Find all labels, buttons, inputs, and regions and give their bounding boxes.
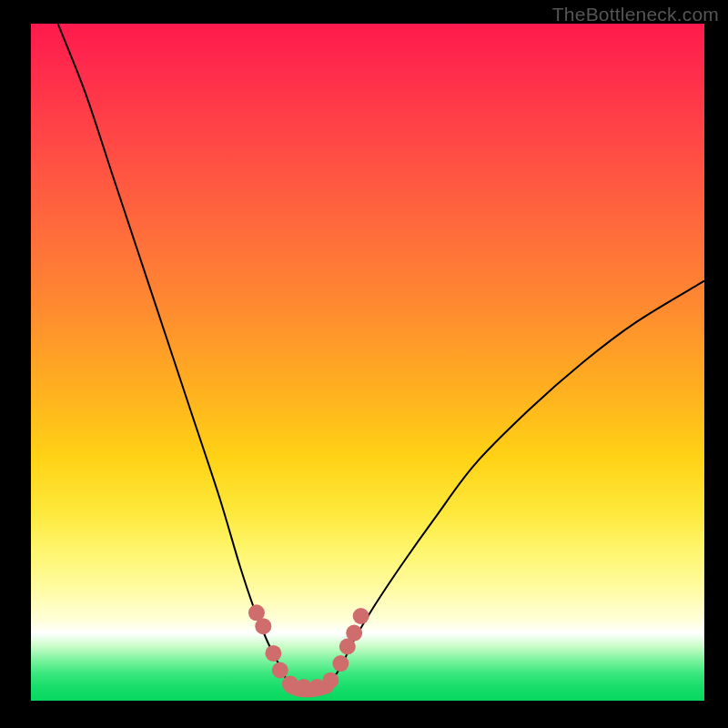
watermark-text: TheBottleneck.com	[552, 4, 719, 25]
marker-dot	[272, 662, 288, 679]
left-curve	[58, 24, 290, 687]
marker-layer	[248, 604, 369, 695]
curve-layer	[58, 24, 704, 691]
marker-dot	[346, 625, 362, 642]
marker-dot	[353, 608, 369, 624]
chart-frame: TheBottleneck.com	[0, 0, 728, 728]
right-curve	[328, 281, 704, 687]
plot-area	[31, 24, 704, 701]
chart-svg	[31, 24, 704, 701]
marker-dot	[332, 655, 349, 672]
marker-dot	[255, 618, 271, 634]
marker-dot	[265, 645, 281, 662]
marker-dot	[322, 672, 339, 689]
